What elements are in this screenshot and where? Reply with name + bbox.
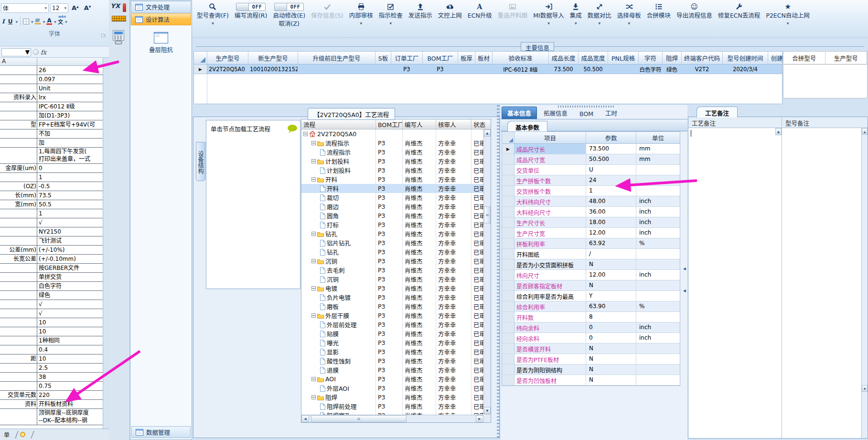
flow-node-row[interactable]: 流程指示P3肖维杰方幸幸已审核 bbox=[301, 148, 491, 157]
tab-work-hours[interactable]: 工时 bbox=[600, 107, 622, 119]
param-value[interactable]: N bbox=[586, 375, 636, 385]
param-row[interactable]: ▶成品尺寸长73.500mm bbox=[502, 144, 680, 154]
flow-node-row[interactable]: 钻孔P3肖维杰方幸幸已审核 bbox=[301, 229, 491, 238]
flow-node-row[interactable]: 电镀P3肖维杰方幸幸已审核 bbox=[301, 284, 491, 293]
flow-node-row[interactable]: 沉铜P3肖维杰方幸幸已审核 bbox=[301, 257, 491, 266]
sheet-value-cell[interactable]: NY2150 bbox=[37, 227, 103, 236]
param-value[interactable]: 8 bbox=[586, 312, 636, 322]
param-value[interactable]: 36.00 bbox=[586, 207, 636, 217]
row-selector[interactable] bbox=[502, 375, 514, 385]
scroll-down-icon[interactable]: ▼ bbox=[484, 407, 491, 414]
param-value[interactable]: 24 bbox=[586, 175, 636, 185]
tree-expander-icon[interactable] bbox=[311, 313, 316, 318]
sheet-value-cell[interactable]: 开料板材资料 bbox=[37, 400, 103, 408]
toolbar-button-shuffle[interactable]: 选择母板▼ bbox=[617, 1, 641, 25]
chevron-down-icon[interactable]: ▼ bbox=[628, 21, 631, 25]
tree-hscrollbar[interactable]: ◀ ≡ ▶ bbox=[301, 415, 483, 422]
sheet-label-cell[interactable] bbox=[0, 345, 37, 354]
off-toggle[interactable]: OFF bbox=[236, 3, 266, 11]
sheet-label-cell[interactable] bbox=[0, 227, 37, 236]
add-sheet-icon[interactable] bbox=[20, 432, 25, 437]
params-col-header[interactable]: 项目 bbox=[514, 132, 586, 143]
tree-expander-icon[interactable] bbox=[311, 286, 316, 290]
sheet-label-cell[interactable] bbox=[0, 173, 37, 182]
flow-node-row[interactable]: 打标P3肖维杰方幸幸已审核 bbox=[301, 220, 491, 229]
param-row[interactable]: 交货单位U bbox=[502, 165, 680, 175]
calculator-icon[interactable] bbox=[113, 30, 126, 44]
sheet-label-cell[interactable]: 距 bbox=[0, 354, 37, 363]
underline-button[interactable]: U bbox=[7, 18, 14, 25]
toolbar-button-download[interactable]: 集成▼ bbox=[570, 1, 582, 25]
sheet-value-cell[interactable]: 10 bbox=[37, 354, 103, 363]
param-row[interactable]: 纬向尺寸12.00inch bbox=[502, 270, 680, 280]
sheet-value-cell[interactable]: 0.097 bbox=[37, 75, 103, 84]
sheet-label-cell[interactable]: 公差(mm) bbox=[0, 246, 37, 254]
toolbar-button-import[interactable]: MI数据导入▼ bbox=[533, 1, 564, 25]
scroll-up-icon[interactable]: ▲ bbox=[775, 128, 782, 135]
toolbar-button-upload[interactable]: 发送指示 bbox=[408, 1, 432, 28]
sheet-value-cell[interactable]: 10 bbox=[37, 327, 103, 336]
flow-node-row[interactable]: 外层干膜P3肖维杰方幸幸已审核 bbox=[301, 311, 491, 320]
sheet-label-cell[interactable]: 资料录入 bbox=[0, 93, 37, 102]
chevron-down-icon[interactable]: ▼ bbox=[575, 21, 577, 25]
chevron-down-icon[interactable]: ▼ bbox=[15, 20, 18, 23]
sheet-label-cell[interactable] bbox=[0, 111, 37, 120]
tree-expander-icon[interactable] bbox=[311, 377, 316, 381]
flow-node-row[interactable]: AOIP3肖维杰方幸幸已审核 bbox=[301, 375, 491, 384]
chevron-down-icon[interactable]: ▼ bbox=[212, 21, 214, 25]
flow-node-row[interactable]: 铝片钻孔P3肖维杰方幸幸已审核 bbox=[301, 238, 491, 247]
param-row[interactable]: 大料纬向尺寸48.00inch bbox=[502, 196, 680, 207]
param-value[interactable]: N bbox=[586, 259, 636, 269]
main-col-header[interactable]: 生产型号 bbox=[207, 52, 248, 64]
chevron-down-icon[interactable]: ▼ bbox=[547, 21, 550, 25]
fill-color-icon[interactable] bbox=[35, 19, 41, 24]
main-cell[interactable]: 73.500 bbox=[549, 64, 579, 74]
tree-col-header[interactable]: BOM工厂 bbox=[376, 119, 403, 129]
sheet-label-cell[interactable] bbox=[0, 273, 37, 281]
scroll-right-icon[interactable]: ▶ bbox=[476, 415, 483, 422]
flow-title-tab[interactable]: 【2V2T20Q5A0】工艺流程 bbox=[308, 108, 395, 120]
main-cell[interactable]: 2020/3/4 bbox=[723, 64, 768, 74]
sheet-label-cell[interactable] bbox=[0, 300, 37, 309]
main-cell[interactable] bbox=[375, 64, 391, 74]
row-selector[interactable] bbox=[502, 207, 514, 217]
sheet-value-cell[interactable]: 220 bbox=[37, 391, 103, 399]
tree-col-header[interactable]: 流程 bbox=[301, 119, 376, 129]
param-row[interactable]: 是否为凹蚀板材N bbox=[502, 375, 680, 386]
main-col-header[interactable]: 成品长度 bbox=[549, 52, 579, 64]
row-selector[interactable] bbox=[502, 238, 514, 248]
param-row[interactable]: 成品尺寸宽50.500mm bbox=[502, 154, 680, 165]
flow-node-row[interactable]: 圆角P3肖维杰方幸幸已审核 bbox=[301, 211, 491, 220]
main-cell[interactable]: 10010200132152 bbox=[248, 64, 298, 74]
sheet-tab[interactable]: 单 bbox=[4, 430, 10, 439]
tree-col-header[interactable]: 核审人 bbox=[436, 119, 472, 129]
chevron-down-icon[interactable]: ▼ bbox=[65, 20, 67, 23]
sheet-value-cell[interactable]: 50.5 bbox=[37, 200, 103, 209]
flow-node-row[interactable]: 酸性蚀刻P3肖维杰方幸幸已审核 bbox=[301, 356, 491, 365]
sheet-value-cell[interactable]: IPC-6012 Ⅱ级 bbox=[37, 102, 103, 111]
main-cell[interactable]: V2T2 bbox=[682, 64, 723, 74]
main-cell[interactable] bbox=[298, 64, 375, 74]
merge-col-header[interactable]: 合拼型号 bbox=[783, 52, 825, 64]
nav-item-data-management[interactable]: 数据管理 bbox=[131, 426, 191, 438]
row-selector[interactable] bbox=[502, 333, 514, 343]
param-value[interactable]: N bbox=[586, 354, 636, 364]
toolbar-button-wrench[interactable]: 修复ECN丢流程 bbox=[718, 1, 760, 28]
sheet-label-cell[interactable] bbox=[0, 139, 37, 147]
row-selector[interactable] bbox=[502, 175, 514, 185]
sheet-label-cell[interactable] bbox=[0, 382, 37, 390]
sheet-value-cell[interactable]: 1,每周四下午发货(打印出来盖章，一式 bbox=[37, 148, 103, 163]
param-value[interactable]: N bbox=[586, 365, 636, 375]
flow-node-row[interactable]: 2V2T20Q5A0 bbox=[301, 129, 491, 139]
process-remarks-tab[interactable]: 工艺备注 bbox=[697, 107, 738, 118]
nav-item-design-algorithm[interactable]: 设计算法 bbox=[131, 13, 191, 25]
sheet-value-cell[interactable]: 38 bbox=[37, 373, 103, 381]
main-col-header[interactable]: 新生产型号 bbox=[248, 52, 298, 64]
borders-icon[interactable] bbox=[23, 19, 29, 24]
param-value[interactable]: N bbox=[586, 343, 636, 354]
chevron-down-icon[interactable]: ▼ bbox=[787, 21, 789, 25]
scroll-down-icon[interactable]: ▼ bbox=[862, 385, 868, 392]
flow-node-row[interactable]: 负片电镀P3肖维杰方幸幸已审核 bbox=[301, 293, 491, 302]
main-cell[interactable] bbox=[475, 64, 493, 74]
flow-node-row[interactable]: 开料P3肖维杰方幸幸已审核 bbox=[301, 175, 491, 184]
